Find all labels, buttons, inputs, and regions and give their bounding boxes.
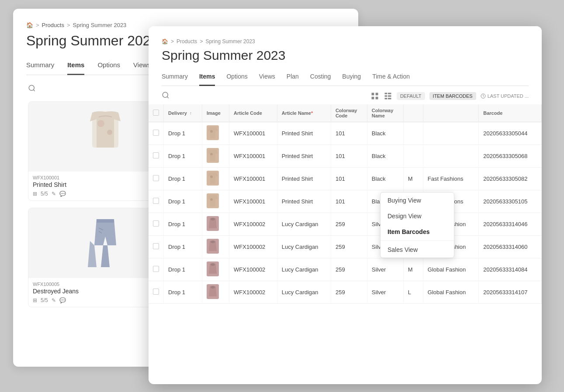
svg-line-21: [167, 96, 168, 98]
col-article-code[interactable]: Article Code: [229, 104, 277, 122]
row-article-code: WFX100001: [229, 168, 277, 190]
row-checkbox[interactable]: [149, 145, 164, 168]
col-delivery[interactable]: Delivery ↑: [164, 104, 202, 122]
row-article-code: WFX100002: [229, 258, 277, 281]
row-retailer: Global Fashion: [423, 258, 478, 281]
table-row[interactable]: Drop 1 WFX100002 Lucy Cardigan 259 Silve…: [149, 281, 542, 304]
row-article-name: Lucy Cardigan: [277, 258, 331, 281]
row-checkbox[interactable]: [149, 190, 164, 213]
svg-point-34: [210, 153, 213, 155]
clock-icon: [481, 93, 486, 99]
row-image: [202, 281, 229, 304]
row-size: M: [403, 258, 423, 281]
row-size: [403, 122, 423, 145]
row-size: M: [403, 168, 423, 190]
row-barcode: 20205633305068: [479, 145, 542, 168]
row-barcode: 20205633314084: [479, 258, 542, 281]
fg-last-updated: LAST UPDATED ...: [481, 93, 529, 99]
fg-breadcrumb: 🏠 > Products > Spring Summer 2023: [162, 38, 529, 45]
col-barcode[interactable]: Barcode: [479, 104, 542, 122]
row-delivery: Drop 1: [164, 258, 202, 281]
fg-list-icon[interactable]: [384, 92, 392, 100]
tab-summary[interactable]: Summary: [26, 58, 54, 75]
fg-tab-plan[interactable]: Plan: [287, 70, 299, 86]
tab-options[interactable]: Options: [97, 58, 120, 75]
dropdown-divider: [381, 241, 454, 241]
fg-tab-buying[interactable]: Buying: [342, 70, 361, 86]
row-checkbox[interactable]: [149, 168, 164, 190]
row-article-code: WFX100001: [229, 190, 277, 213]
table-row[interactable]: Drop 1 WFX100002 Lucy Cardigan 259 Silve…: [149, 236, 542, 258]
row-checkbox[interactable]: [149, 122, 164, 145]
table-row[interactable]: Drop 1 WFX100002 Lucy Cardigan 259 Silve…: [149, 258, 542, 281]
table-row[interactable]: Drop 1 WFX100001 Printed Shirt 101 Black…: [149, 122, 542, 145]
row-colorway-name: Black: [367, 122, 403, 145]
fg-tab-items[interactable]: Items: [199, 70, 215, 86]
row-delivery: Drop 1: [164, 190, 202, 213]
row-retailer: Fast Fashions: [423, 168, 478, 190]
row-delivery: Drop 1: [164, 281, 202, 304]
row-size: [403, 145, 423, 168]
dropdown-design-view[interactable]: Design View: [381, 208, 454, 224]
dropdown-sales-view[interactable]: Sales View: [381, 242, 454, 258]
home-icon: 🏠: [26, 22, 33, 28]
svg-point-38: [211, 241, 215, 243]
row-article-code: WFX100002: [229, 213, 277, 236]
fg-home-icon: 🏠: [162, 38, 168, 45]
col-article-name[interactable]: Article Name*: [277, 104, 331, 122]
row-delivery: Drop 1: [164, 213, 202, 236]
table-row[interactable]: Drop 1 WFX100001 Printed Shirt 101 Black…: [149, 190, 542, 213]
default-badge[interactable]: DEFAULT: [397, 92, 425, 100]
svg-rect-25: [376, 97, 378, 100]
svg-rect-18: [97, 219, 114, 223]
row-checkbox[interactable]: [149, 281, 164, 304]
row-checkbox[interactable]: [149, 236, 164, 258]
row-article-code: WFX100001: [229, 122, 277, 145]
product-code: WFX100001: [33, 175, 59, 180]
breadcrumb-products[interactable]: Products: [42, 22, 64, 28]
row-barcode: 20205633314060: [479, 236, 542, 258]
svg-rect-28: [384, 95, 387, 96]
row-article-name: Lucy Cardigan: [277, 236, 331, 258]
col-retailer: [423, 104, 478, 122]
col-colorway-name[interactable]: ColorwayName: [367, 104, 403, 122]
row-checkbox[interactable]: [149, 213, 164, 236]
fg-tab-time-action[interactable]: Time & Action: [372, 70, 410, 86]
row-colorway-code: 101: [331, 145, 367, 168]
row-colorway-name: Silver: [367, 281, 403, 304]
col-checkbox: [149, 104, 164, 122]
table-row[interactable]: Drop 1 WFX100001 Printed Shirt 101 Black…: [149, 145, 542, 168]
fg-tab-options[interactable]: Options: [226, 70, 247, 86]
row-delivery: Drop 1: [164, 168, 202, 190]
row-article-code: WFX100002: [229, 281, 277, 304]
fg-tab-views[interactable]: Views: [259, 70, 275, 86]
svg-point-39: [211, 263, 215, 266]
svg-point-33: [210, 130, 213, 133]
table-toolbar-right: DEFAULT ITEM BARCODES LAST UPDATED ...: [370, 92, 529, 100]
row-delivery: Drop 1: [164, 122, 202, 145]
col-colorway-code[interactable]: ColorwayCode: [331, 104, 367, 122]
tab-views[interactable]: Views: [133, 58, 151, 75]
dropdown-item-barcodes[interactable]: Item Barcodes: [381, 224, 454, 240]
row-checkbox[interactable]: [149, 258, 164, 281]
table-row[interactable]: Drop 1 WFX100002 Lucy Cardigan 259 Silve…: [149, 213, 542, 236]
search-wrap[interactable]: [28, 84, 36, 92]
data-table: Delivery ↑ Image Article Code Article Na…: [149, 104, 542, 304]
fg-breadcrumb-products[interactable]: Products: [176, 38, 197, 45]
row-image: [202, 236, 229, 258]
fg-tab-costing[interactable]: Costing: [310, 70, 331, 86]
fg-grid-icon[interactable]: [370, 92, 379, 100]
card-header: 🏠 > Products > Spring Summer 2023 Spring…: [149, 26, 542, 86]
fg-search-wrap[interactable]: [162, 91, 170, 101]
fg-tab-summary[interactable]: Summary: [162, 70, 188, 86]
row-colorway-code: 259: [331, 213, 367, 236]
svg-rect-24: [371, 97, 374, 100]
item-barcodes-badge[interactable]: ITEM BARCODES: [429, 92, 476, 100]
row-colorway-name: Silver: [367, 258, 403, 281]
row-image: [202, 145, 229, 168]
row-barcode: 20205633314046: [479, 213, 542, 236]
tab-items[interactable]: Items: [67, 58, 84, 75]
table-row[interactable]: Drop 1 WFX100001 Printed Shirt 101 Black…: [149, 168, 542, 190]
svg-rect-23: [376, 93, 378, 96]
dropdown-buying-view[interactable]: Buying View: [381, 193, 454, 208]
